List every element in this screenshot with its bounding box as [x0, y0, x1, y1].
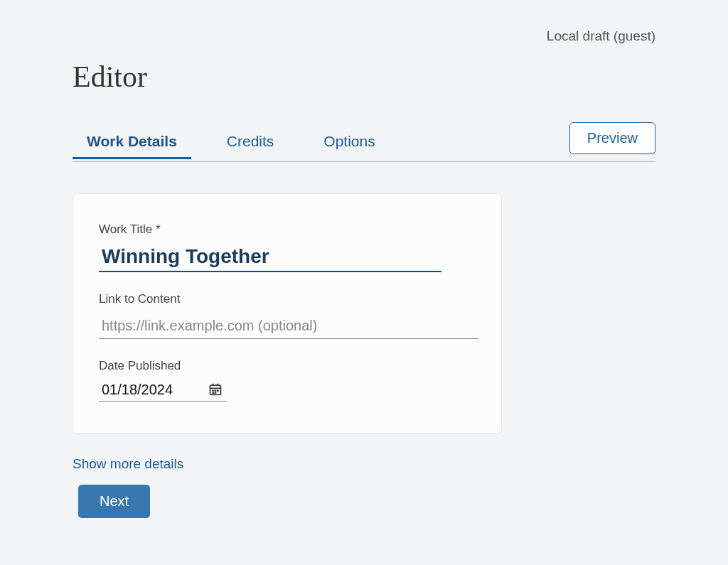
- link-field: Link to Content: [99, 292, 476, 339]
- date-field: Date Published: [99, 359, 476, 402]
- work-title-label: Work Title *: [99, 222, 476, 237]
- svg-point-5: [215, 390, 215, 391]
- date-input-row: [99, 380, 227, 402]
- work-title-input-wrap: [99, 244, 441, 272]
- svg-point-6: [218, 390, 218, 391]
- tab-credits[interactable]: Credits: [213, 126, 289, 158]
- preview-button[interactable]: Preview: [569, 122, 655, 154]
- tab-options[interactable]: Options: [309, 126, 389, 158]
- calendar-icon[interactable]: [208, 382, 223, 397]
- work-title-input[interactable]: [99, 244, 441, 268]
- svg-point-8: [215, 392, 215, 393]
- tabs-row: Work Details Credits Options Preview: [73, 122, 655, 162]
- link-label: Link to Content: [99, 292, 476, 306]
- page-title: Editor: [73, 60, 655, 94]
- svg-point-7: [213, 392, 213, 393]
- svg-point-4: [213, 390, 213, 391]
- show-more-link[interactable]: Show more details: [73, 456, 183, 472]
- date-label: Date Published: [99, 359, 476, 373]
- work-title-field: Work Title *: [99, 222, 476, 272]
- tab-work-details[interactable]: Work Details: [73, 126, 191, 158]
- link-input[interactable]: [99, 313, 478, 339]
- next-button[interactable]: Next: [78, 485, 150, 518]
- draft-status: Local draft (guest): [73, 28, 655, 44]
- date-input[interactable]: [99, 380, 198, 398]
- work-details-card: Work Title * Link to Content Date Publis…: [73, 193, 502, 434]
